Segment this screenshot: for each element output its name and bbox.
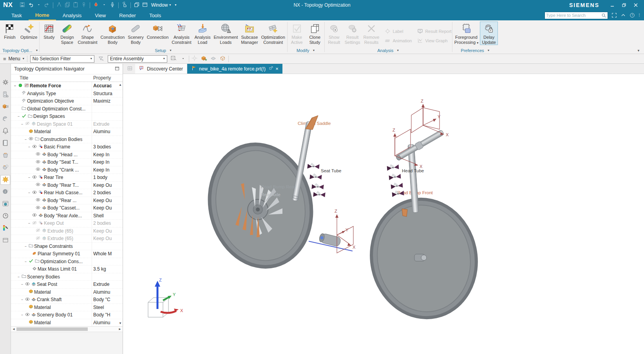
collapse-icon[interactable]: − [27, 221, 31, 225]
scroll-left-icon[interactable]: ◄ [12, 327, 15, 331]
sidebar-item-post[interactable] [0, 151, 10, 161]
horizontal-scrollbar[interactable]: ◄ ► [11, 326, 123, 332]
sidebar-item-info[interactable]: i [0, 187, 10, 197]
more-commands-icon[interactable]: ▾ [175, 4, 176, 7]
caret-down-icon[interactable] [100, 1, 108, 9]
graphics-canvas[interactable]: Climb on Saddle [123, 74, 644, 354]
sidebar-item-history[interactable] [0, 211, 10, 221]
tree-row-body-rear-t[interactable]: Body "Rear T...Keep Ou [11, 181, 123, 189]
sidebar-item-probe[interactable] [0, 163, 10, 173]
tree-row-planar-symmetry-01[interactable]: Planar Symmetry 01Whole M [11, 250, 123, 258]
tree-row-keep-out[interactable]: −Keep Out2 bodies [11, 219, 123, 227]
scenery-body-button[interactable]: SceneryBody [126, 22, 145, 45]
bottom-bracket[interactable] [318, 233, 341, 247]
add-body-button[interactable] [200, 55, 208, 63]
collapse-icon[interactable]: − [27, 175, 31, 179]
collapse-icon[interactable]: − [27, 145, 31, 149]
caret-down-icon[interactable] [179, 55, 187, 63]
environment-loads-button[interactable]: EnvironmentLoads [212, 22, 239, 45]
analysis-load-button[interactable]: AnalysisLoad [193, 22, 212, 45]
analysis-constraint-button[interactable]: AnalysisConstraint [170, 22, 193, 45]
restore-button[interactable] [619, 1, 629, 9]
collapse-icon[interactable]: − [16, 275, 21, 279]
tree-row-seat-post[interactable]: −Seat PostExtrude [11, 280, 123, 288]
collapse-icon[interactable]: − [24, 137, 28, 141]
optimize-button[interactable]: Optimize [19, 22, 39, 40]
collapse-icon[interactable]: − [20, 298, 24, 302]
tree-row-body-rear[interactable]: Body "Rear ...Keep Ou [11, 197, 123, 204]
delay-update-button[interactable]: DelayUpdate [480, 22, 498, 45]
group-label-topology-opti[interactable]: Topology Opti...▼ [1, 47, 39, 54]
selection-scope-combo[interactable]: Entire Assembly ▾ [108, 55, 167, 63]
collapse-icon[interactable]: − [27, 191, 31, 195]
collapse-icon[interactable]: − [13, 84, 17, 88]
collapse-icon[interactable]: − [20, 313, 24, 317]
tree-row-shape-constraints[interactable]: −Shape Constraints [11, 242, 123, 250]
search-input[interactable] [546, 13, 601, 18]
face-select-button[interactable] [210, 55, 217, 63]
sidebar-item-alerts[interactable] [0, 126, 10, 136]
close-tab-icon[interactable]: × [275, 66, 279, 71]
fullscreen-icon[interactable] [611, 13, 617, 18]
collapse-icon[interactable]: − [20, 122, 24, 126]
sidebar-item-topology-navigator[interactable] [0, 175, 10, 185]
close-button[interactable] [631, 1, 641, 9]
tree-row-material[interactable]: MaterialAluminu [11, 319, 123, 327]
tree-row-design-spaces[interactable]: −Design Spaces [11, 112, 123, 120]
tab-tools[interactable]: Tools [143, 10, 168, 20]
tree-row-body-rear-axle[interactable]: Body "Rear Axle...Shell [11, 212, 123, 220]
tree-row-construction-bodies[interactable]: −Construction Bodies [11, 135, 123, 143]
microphone-button[interactable] [109, 1, 116, 9]
collapse-icon[interactable]: − [16, 114, 21, 118]
tree-row-extrude-65[interactable]: Extrude (65)Keep Ou [11, 235, 123, 242]
tree-row-extrude-65[interactable]: Extrude (65)Keep Ou [11, 227, 123, 235]
search-icon[interactable] [601, 13, 606, 18]
tree-row-global-optimization-const[interactable]: Global Optimization Const... [11, 105, 123, 113]
detach-tab-icon[interactable] [269, 66, 273, 72]
collapse-icon[interactable]: − [20, 282, 24, 286]
body-select-button[interactable] [219, 55, 227, 63]
design-space-button[interactable]: DesignSpace [58, 22, 76, 45]
cascade-button[interactable] [133, 1, 141, 9]
navigator-column-headers[interactable]: Title Property [11, 74, 123, 82]
window-menu[interactable]: Window ▾ ▾ [151, 2, 177, 8]
front-hub[interactable] [414, 254, 427, 261]
tree-row-crank-shaft[interactable]: −Crank ShaftBody "C [11, 296, 123, 303]
touch-button[interactable] [121, 1, 128, 9]
3d-scene[interactable]: Climb on Saddle [123, 74, 644, 354]
sidebar-item-fixture[interactable] [0, 114, 10, 124]
tree-row-material[interactable]: MaterialAluminu [11, 288, 123, 296]
sidebar-item-library[interactable] [0, 139, 10, 148]
doc-tab-discovery-center[interactable]: Discovery Center [135, 64, 187, 74]
caret-down-icon[interactable] [35, 1, 43, 9]
minimize-ribbon-icon[interactable] [620, 13, 626, 18]
selection-filter-combo[interactable]: No Selection Filter ▾ [30, 55, 94, 63]
view-orientation-triad[interactable]: Z Y X [148, 278, 183, 317]
sidebar-item-host[interactable] [0, 90, 10, 100]
collapse-icon[interactable]: − [24, 260, 28, 264]
tab-task[interactable]: Task [5, 10, 29, 20]
scroll-down-icon[interactable]: ▼ [119, 321, 122, 325]
tree-row-material[interactable]: MaterialSteel [11, 303, 123, 311]
tree-row-optimization-objective[interactable]: Optimization ObjectiveMaximiz [11, 97, 123, 105]
study-button[interactable]: Study [40, 22, 58, 40]
help-icon[interactable]: ? [630, 13, 635, 18]
group-label-setup[interactable]: Setup▼ [40, 47, 286, 54]
finish-button[interactable]: Finish [1, 22, 19, 40]
group-label-modify[interactable]: Modify▼ [288, 47, 324, 54]
foreground-processing-button[interactable]: ForegroundProcessing ▾ [453, 22, 480, 45]
scroll-right-icon[interactable]: ► [118, 327, 121, 331]
connection-button[interactable]: Connection [145, 22, 170, 40]
window-button[interactable] [141, 1, 149, 9]
tree-row-body-crank[interactable]: Body "Crank ...Keep In [11, 166, 123, 174]
tree-row-design-space-01[interactable]: −Design Space 01Extrude [11, 120, 123, 128]
tree-row-optimization-cons[interactable]: −Optimization Cons... [11, 258, 123, 266]
tab-view[interactable]: View [88, 10, 112, 20]
undo-button[interactable] [27, 1, 34, 9]
tree-row-max-mass-limit-01[interactable]: Max Mass Limit 013.5 kg [11, 265, 123, 273]
ribbon-options-icon[interactable]: ▼ [634, 20, 643, 54]
tab-render[interactable]: Render [112, 10, 143, 20]
search-box[interactable] [545, 12, 608, 19]
tree-row-body-seat-t[interactable]: Body "Seat T...Keep In [11, 158, 123, 166]
menu-button[interactable]: ≡ Menu ▾ [3, 56, 24, 62]
